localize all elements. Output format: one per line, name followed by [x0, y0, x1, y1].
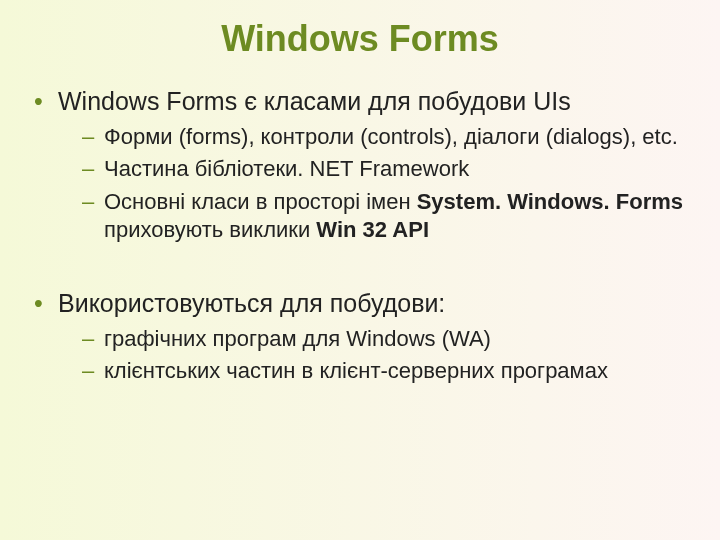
bullet-list-level1-b: Використовуються для побудови: графічних… [34, 288, 692, 386]
slide-title: Windows Forms [28, 18, 692, 60]
bullet-2: Використовуються для побудови: графічних… [34, 288, 692, 386]
slide: Windows Forms Windows Forms є класами дл… [0, 0, 720, 540]
bullet-1-text: Windows Forms є класами для побудови UIs [58, 87, 571, 115]
bullet-1-sub-1: Форми (forms), контроли (controls), діал… [82, 123, 692, 151]
bullet-1-sub-2: Частина бібліотеки. NET Framework [82, 155, 692, 183]
bullet-2-sub-2: клієнтських частин в клієнт-серверних пр… [82, 357, 692, 385]
bullet-2-text: Використовуються для побудови: [58, 289, 445, 317]
bullet-list-level1: Windows Forms є класами для побудови UIs… [34, 86, 692, 244]
b1s3-part-a: Основні класи в просторі імен [104, 189, 417, 214]
bullet-2-sublist: графічних програм для Windows (WA) клієн… [82, 325, 692, 385]
b1s3-part-c: приховують виклики [104, 217, 316, 242]
bullet-2-sub-1: графічних програм для Windows (WA) [82, 325, 692, 353]
bullet-1-sublist: Форми (forms), контроли (controls), діал… [82, 123, 692, 244]
b1s3-part-d: Win 32 API [316, 217, 429, 242]
bullet-1-sub-3: Основні класи в просторі імен System. Wi… [82, 188, 692, 244]
b1s3-part-b: System. Windows. Forms [417, 189, 683, 214]
bullet-1: Windows Forms є класами для побудови UIs… [34, 86, 692, 244]
vertical-spacer [28, 252, 692, 288]
